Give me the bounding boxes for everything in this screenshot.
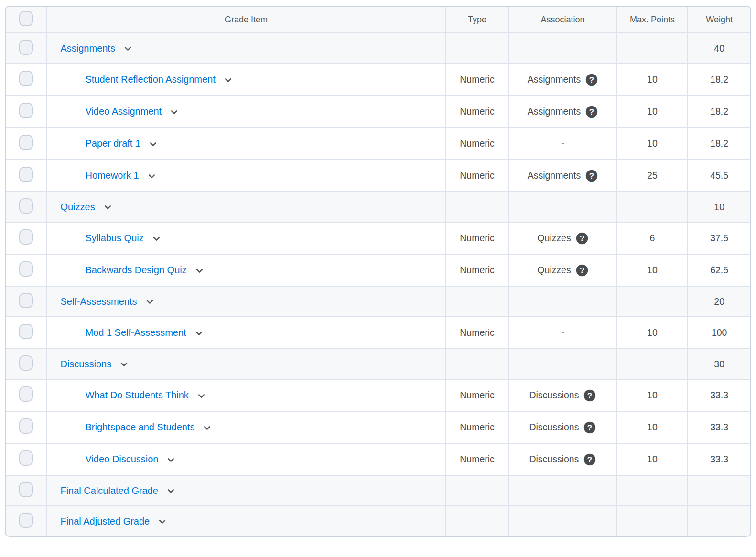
type-cell <box>446 349 509 379</box>
help-icon[interactable]: ? <box>583 389 596 402</box>
association-cell <box>508 475 616 506</box>
type-cell: Numeric <box>446 96 509 128</box>
max-points-cell: 25 <box>617 160 688 192</box>
chevron-down-icon[interactable] <box>166 456 175 464</box>
grade-item-link[interactable]: Backwards Design Quiz <box>85 265 186 275</box>
row-checkbox[interactable] <box>19 355 33 371</box>
grade-item-link[interactable]: Self-Assessments <box>60 297 137 306</box>
row-checkbox[interactable] <box>19 261 33 277</box>
association-cell: Assignments? <box>508 96 616 128</box>
grade-item-link[interactable]: Video Discussion <box>85 454 158 464</box>
checkbox-cell <box>6 443 46 475</box>
max-points-cell <box>617 33 688 64</box>
grade-item-cell: Quizzes <box>46 192 445 222</box>
row-checkbox[interactable] <box>19 167 33 182</box>
checkbox-cell <box>6 317 46 349</box>
row-checkbox[interactable] <box>19 40 33 55</box>
association-label: Discussions <box>529 390 579 401</box>
grade-item-link[interactable]: Quizzes <box>60 202 95 212</box>
weight-cell <box>688 475 750 506</box>
weight-cell: 62.5 <box>688 254 750 286</box>
grade-item-link[interactable]: Syllabus Quiz <box>85 233 143 243</box>
max-points-cell: 10 <box>617 411 688 443</box>
grade-item-link[interactable]: Student Reflection Assignment <box>85 75 215 84</box>
checkbox-cell <box>6 192 46 222</box>
max-points-cell: 10 <box>617 64 688 96</box>
row-checkbox[interactable] <box>19 103 33 118</box>
help-icon[interactable]: ? <box>576 232 588 245</box>
row-checkbox[interactable] <box>19 513 33 528</box>
row-checkbox[interactable] <box>19 293 33 308</box>
chevron-down-icon[interactable] <box>203 424 212 432</box>
weight-cell: 18.2 <box>688 64 750 96</box>
svg-text:?: ? <box>587 455 592 464</box>
chevron-down-icon[interactable] <box>103 203 112 212</box>
chevron-down-icon[interactable] <box>197 392 206 400</box>
type-cell: Numeric <box>446 443 509 475</box>
grades-table: Grade Item Type Association Max. Points … <box>6 7 750 536</box>
grade-item-link[interactable]: Paper draft 1 <box>85 139 140 148</box>
chevron-down-icon[interactable] <box>166 487 175 495</box>
table-row: Backwards Design QuizNumericQuizzes?1062… <box>6 254 750 286</box>
help-icon[interactable]: ? <box>585 74 598 86</box>
checkbox-cell <box>6 475 46 506</box>
chevron-down-icon[interactable] <box>123 44 132 53</box>
association-cell: - <box>508 128 616 160</box>
svg-text:?: ? <box>579 234 584 243</box>
grade-item-link[interactable]: Mod 1 Self-Assessment <box>85 328 186 337</box>
help-icon[interactable]: ? <box>583 421 596 434</box>
chevron-down-icon[interactable] <box>147 172 156 181</box>
row-checkbox[interactable] <box>19 418 33 434</box>
table-row: Video DiscussionNumericDiscussions?1033.… <box>6 443 750 475</box>
association-label: Assignments <box>528 74 581 85</box>
grade-item-link[interactable]: Video Assignment <box>85 107 162 116</box>
grade-item-link[interactable]: Discussions <box>60 359 111 369</box>
row-checkbox[interactable] <box>19 324 33 339</box>
association-label: Assignments <box>528 170 581 181</box>
grade-item-link[interactable]: Final Calculated Grade <box>60 486 158 495</box>
table-row: Quizzes10 <box>6 192 750 222</box>
max-points-cell: 10 <box>617 254 688 286</box>
chevron-down-icon[interactable] <box>158 517 167 526</box>
association-cell: Quizzes? <box>508 222 616 254</box>
chevron-down-icon[interactable] <box>194 329 204 338</box>
grade-item-link[interactable]: Assignments <box>60 43 115 53</box>
table-row: Assignments40 <box>6 33 750 64</box>
chevron-down-icon[interactable] <box>152 235 161 243</box>
chevron-down-icon[interactable] <box>145 298 154 306</box>
checkbox-cell <box>6 160 46 192</box>
grade-item-link[interactable]: What Do Students Think <box>85 390 188 400</box>
chevron-down-icon[interactable] <box>149 140 158 149</box>
grade-item-link[interactable]: Final Adjusted Grade <box>60 516 150 526</box>
chevron-down-icon[interactable] <box>170 108 179 117</box>
type-cell <box>446 192 509 222</box>
select-all-checkbox[interactable] <box>19 11 33 26</box>
help-icon[interactable]: ? <box>585 106 598 118</box>
row-checkbox[interactable] <box>19 229 33 245</box>
row-checkbox[interactable] <box>19 386 33 402</box>
grade-item-cell: Homework 1 <box>46 160 445 192</box>
row-checkbox[interactable] <box>19 135 33 150</box>
row-checkbox[interactable] <box>19 482 33 497</box>
association-cell <box>508 349 616 379</box>
association-label: - <box>561 327 564 338</box>
association-cell: Discussions? <box>508 443 616 475</box>
grade-item-cell: Video Assignment <box>46 96 445 128</box>
row-checkbox[interactable] <box>19 450 33 466</box>
table-row: Video AssignmentNumericAssignments?1018.… <box>6 96 750 128</box>
association-label: - <box>561 138 564 149</box>
association-cell <box>508 286 616 317</box>
help-icon[interactable]: ? <box>576 264 588 277</box>
help-icon[interactable]: ? <box>583 453 596 466</box>
table-row: Homework 1NumericAssignments?2545.5 <box>6 160 750 192</box>
grade-item-cell: What Do Students Think <box>46 379 445 411</box>
row-checkbox[interactable] <box>19 198 33 214</box>
grade-item-link[interactable]: Brightspace and Students <box>85 422 194 432</box>
chevron-down-icon[interactable] <box>119 360 129 369</box>
checkbox-cell <box>6 411 46 443</box>
chevron-down-icon[interactable] <box>224 76 233 85</box>
chevron-down-icon[interactable] <box>195 267 204 275</box>
row-checkbox[interactable] <box>19 71 33 86</box>
grade-item-link[interactable]: Homework 1 <box>85 171 139 180</box>
help-icon[interactable]: ? <box>585 170 598 182</box>
